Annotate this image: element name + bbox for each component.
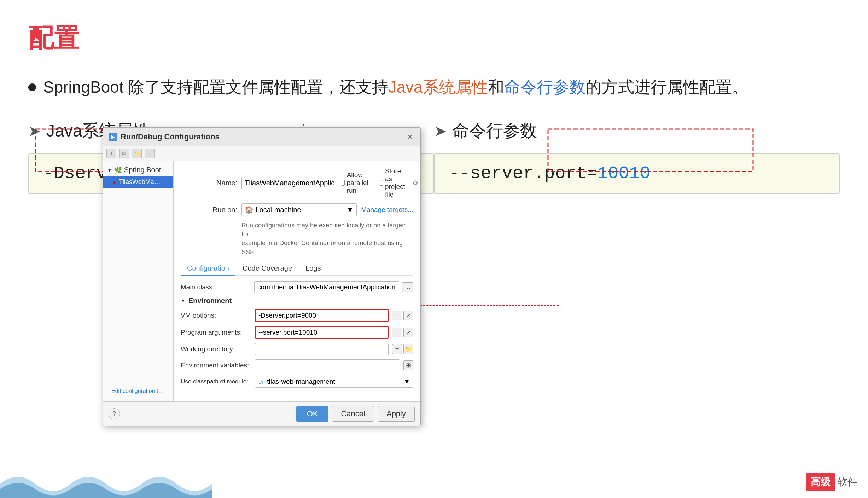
allow-parallel-checkbox[interactable]: [342, 180, 345, 186]
slide: 配置 SpringBoot 除了支持配置文件属性配置，还支持Java系统属性和命…: [0, 0, 868, 498]
store-project-gear: ⚙: [412, 179, 418, 187]
working-dir-input[interactable]: [255, 343, 389, 355]
watermark-text: 软件: [838, 475, 857, 489]
bullet-dot: [28, 83, 36, 91]
bullet-prefix: SpringBoot 除了支持配置文件属性配置，还支持: [43, 78, 388, 96]
cmd-title-text: 命令行参数: [452, 120, 537, 142]
env-vars-browse-button[interactable]: ⊞: [403, 360, 413, 370]
vm-options-add-button[interactable]: +: [392, 311, 402, 320]
store-project-check: Store as project file ⚙: [380, 167, 418, 198]
working-dir-buttons: + 📁: [392, 344, 413, 354]
page-title: 配置: [28, 21, 840, 55]
watermark: 高级 软件: [806, 473, 857, 491]
module-value: tlias-web-management: [267, 378, 335, 385]
bullet-suffix: 的方式进行属性配置。: [586, 78, 748, 96]
bullet-middle: 和: [488, 78, 504, 96]
working-dir-row: Working directory: + 📁: [181, 343, 413, 355]
footer-buttons: OK Cancel Apply: [296, 406, 415, 422]
run-on-dropdown[interactable]: 🏠 Local machine ▼: [241, 203, 357, 216]
dialog-body: ▼ 🌿 Spring Boot ▶ TliasWebManagementA Ed…: [103, 161, 420, 401]
env-vars-input[interactable]: [255, 359, 400, 371]
allow-parallel-label: Allow parallel run: [347, 171, 371, 195]
tree-item-app[interactable]: ▶ TliasWebManagementA: [103, 176, 173, 188]
classpath-row: Use classpath of module: 🗂 tlias-web-man…: [181, 376, 413, 388]
cmd-section-title: ➤ 命令行参数: [434, 120, 840, 142]
bullet-content: SpringBoot 除了支持配置文件属性配置，还支持Java系统属性和命令行参…: [43, 76, 748, 98]
dialog-close-button[interactable]: ✕: [405, 132, 415, 142]
dialog-title-left: ▶ Run/Debug Configurations: [109, 132, 220, 141]
vm-options-expand-button[interactable]: ⤢: [403, 311, 413, 320]
module-dropdown-arrow: ▼: [403, 378, 410, 386]
cmd-port: 10010: [598, 163, 651, 184]
run-on-label: Run on:: [181, 206, 237, 214]
remove-config-button[interactable]: −: [145, 149, 155, 158]
working-dir-label: Working directory:: [181, 345, 251, 353]
java-keyword: Java系统属性: [388, 78, 488, 96]
dialog-title-text: Run/Debug Configurations: [121, 132, 220, 141]
section-collapse-arrow[interactable]: ▼: [181, 298, 186, 303]
store-project-label: Store as project file: [385, 167, 408, 198]
program-args-add-button[interactable]: +: [392, 328, 402, 337]
module-select-dropdown[interactable]: 🗂 tlias-web-management ▼: [255, 376, 413, 388]
tree-group-spring[interactable]: ▼ 🌿 Spring Boot: [103, 164, 173, 176]
dialog-titlebar: ▶ Run/Debug Configurations ✕: [103, 128, 420, 146]
program-args-input[interactable]: [255, 326, 389, 339]
store-project-checkbox[interactable]: [380, 180, 383, 186]
arrow-icon-right: ➤: [434, 122, 447, 140]
house-icon: 🏠: [245, 206, 256, 214]
run-config-icon: ▶: [113, 179, 117, 185]
run-debug-dialog: ▶ Run/Debug Configurations ✕ + ⧉ 📁 − ▼ 🌿…: [103, 127, 421, 426]
environment-section: ▼ Environment: [181, 297, 413, 305]
cancel-button[interactable]: Cancel: [332, 406, 374, 422]
tabs-bar: Configuration Code Coverage Logs: [181, 262, 413, 276]
manage-targets-link[interactable]: Manage targets...: [361, 206, 413, 214]
environment-label: Environment: [188, 297, 232, 305]
vm-options-input[interactable]: [255, 309, 389, 322]
bullet-point: SpringBoot 除了支持配置文件属性配置，还支持Java系统属性和命令行参…: [28, 76, 840, 98]
module-icon: 🗂: [258, 379, 263, 385]
name-input[interactable]: [241, 177, 337, 189]
watermark-red: 高级: [806, 473, 835, 491]
program-args-expand-button[interactable]: ⤢: [403, 328, 413, 337]
dialog-footer: ? OK Cancel Apply: [103, 401, 420, 426]
cmd-code-text: --server.port=: [449, 163, 598, 184]
working-dir-add-button[interactable]: +: [392, 344, 402, 354]
folder-button[interactable]: 📁: [132, 149, 142, 158]
dropdown-arrow: ▼: [346, 206, 354, 214]
tree-group-label: Spring Boot: [124, 166, 161, 174]
right-column: ➤ 命令行参数 --server.port=10010: [434, 120, 840, 194]
add-config-button[interactable]: +: [106, 149, 116, 158]
wave-decoration: [0, 456, 212, 498]
vm-options-buttons: + ⤢: [392, 311, 413, 320]
program-args-buttons: + ⤢: [392, 328, 413, 337]
tab-code-coverage[interactable]: Code Coverage: [236, 262, 298, 276]
dialog-icon: ▶: [109, 133, 117, 141]
ok-button[interactable]: OK: [296, 406, 329, 422]
edit-templates-link[interactable]: Edit configuration templates...: [106, 385, 170, 397]
copy-config-button[interactable]: ⧉: [119, 149, 129, 158]
tree-collapse-arrow: ▼: [107, 167, 112, 173]
name-label: Name:: [181, 179, 237, 187]
dialog-toolbar: + ⧉ 📁 −: [103, 146, 420, 161]
config-panel: Name: Allow parallel run Store as projec…: [174, 161, 420, 401]
apply-button[interactable]: Apply: [378, 406, 415, 422]
main-class-input[interactable]: [254, 281, 399, 293]
help-button[interactable]: ?: [109, 408, 120, 419]
main-class-browse-button[interactable]: …: [402, 282, 413, 292]
program-args-label: Program arguments:: [181, 329, 251, 336]
spring-icon: 🌿: [114, 166, 122, 174]
vm-options-row: VM options: + ⤢: [181, 309, 413, 322]
name-row: Name: Allow parallel run Store as projec…: [181, 167, 413, 198]
vm-options-label: VM options:: [181, 312, 251, 319]
main-class-row: Main class: …: [181, 281, 413, 293]
working-dir-browse-button[interactable]: 📁: [403, 344, 413, 354]
tab-configuration[interactable]: Configuration: [181, 262, 235, 276]
allow-parallel-check: Allow parallel run: [342, 171, 371, 195]
env-vars-buttons: ⊞: [403, 360, 413, 370]
tree-item-label: TliasWebManagementA: [119, 178, 161, 186]
tab-logs[interactable]: Logs: [299, 262, 327, 276]
env-vars-row: Environment variables: ⊞: [181, 359, 413, 371]
cmd-keyword: 命令行参数: [504, 78, 586, 96]
classpath-label: Use classpath of module:: [181, 378, 251, 385]
run-hint: Run configurations may be executed local…: [241, 221, 413, 257]
